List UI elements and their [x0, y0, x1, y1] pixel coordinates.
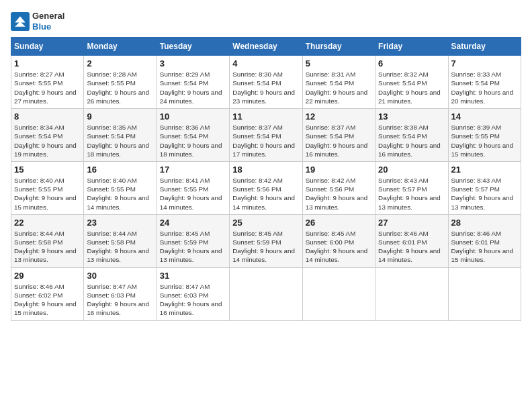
day-detail: Sunrise: 8:47 AM Sunset: 6:03 PM Dayligh…	[87, 282, 153, 318]
day-number: 23	[87, 218, 153, 228]
day-detail: Sunrise: 8:32 AM Sunset: 5:54 PM Dayligh…	[378, 70, 445, 105]
calendar-body: 1Sunrise: 8:27 AM Sunset: 5:55 PM Daylig…	[11, 56, 521, 320]
header-friday: Friday	[375, 38, 448, 56]
day-number: 22	[14, 218, 81, 228]
calendar-cell: 31Sunrise: 8:47 AM Sunset: 6:03 PM Dayli…	[157, 267, 229, 320]
calendar-cell: 12Sunrise: 8:37 AM Sunset: 5:54 PM Dayli…	[302, 109, 375, 162]
day-detail: Sunrise: 8:34 AM Sunset: 5:54 PM Dayligh…	[14, 123, 81, 158]
day-detail: Sunrise: 8:44 AM Sunset: 5:58 PM Dayligh…	[14, 229, 81, 265]
day-number: 29	[14, 271, 81, 281]
day-detail: Sunrise: 8:29 AM Sunset: 5:54 PM Dayligh…	[160, 70, 226, 105]
day-number: 25	[232, 218, 299, 228]
calendar-cell: 9Sunrise: 8:35 AM Sunset: 5:54 PM Daylig…	[84, 109, 157, 162]
calendar-cell: 14Sunrise: 8:39 AM Sunset: 5:55 PM Dayli…	[448, 109, 521, 162]
day-number: 30	[87, 271, 153, 281]
day-detail: Sunrise: 8:41 AM Sunset: 5:55 PM Dayligh…	[160, 176, 226, 212]
day-number: 12	[306, 111, 372, 122]
day-detail: Sunrise: 8:43 AM Sunset: 5:57 PM Dayligh…	[451, 176, 518, 212]
day-number: 15	[14, 165, 81, 175]
day-number: 19	[306, 165, 372, 175]
day-number: 6	[378, 58, 445, 68]
day-detail: Sunrise: 8:44 AM Sunset: 5:58 PM Dayligh…	[87, 229, 153, 265]
day-number: 18	[232, 165, 299, 175]
day-number: 24	[160, 218, 226, 228]
week-row-5: 29Sunrise: 8:46 AM Sunset: 6:02 PM Dayli…	[11, 267, 521, 320]
day-number: 14	[451, 111, 518, 122]
day-detail: Sunrise: 8:39 AM Sunset: 5:55 PM Dayligh…	[451, 123, 518, 158]
day-number: 2	[87, 58, 153, 68]
day-detail: Sunrise: 8:43 AM Sunset: 5:57 PM Dayligh…	[378, 176, 445, 212]
day-detail: Sunrise: 8:45 AM Sunset: 6:00 PM Dayligh…	[306, 229, 372, 265]
day-number: 26	[306, 218, 372, 228]
header-tuesday: Tuesday	[157, 38, 229, 56]
calendar-cell: 6Sunrise: 8:32 AM Sunset: 5:54 PM Daylig…	[375, 56, 448, 109]
calendar-cell: 8Sunrise: 8:34 AM Sunset: 5:54 PM Daylig…	[11, 109, 84, 162]
day-number: 20	[378, 165, 445, 175]
day-number: 21	[451, 165, 518, 175]
day-number: 5	[306, 58, 372, 68]
day-detail: Sunrise: 8:46 AM Sunset: 6:02 PM Dayligh…	[14, 282, 81, 318]
day-number: 1	[14, 58, 81, 68]
day-number: 3	[160, 58, 226, 68]
day-detail: Sunrise: 8:46 AM Sunset: 6:01 PM Dayligh…	[451, 229, 518, 265]
calendar-cell: 17Sunrise: 8:41 AM Sunset: 5:55 PM Dayli…	[157, 161, 229, 214]
calendar-cell	[375, 267, 448, 320]
calendar-cell: 23Sunrise: 8:44 AM Sunset: 5:58 PM Dayli…	[84, 214, 157, 267]
page-header: GeneralBlue	[11, 11, 521, 32]
header-thursday: Thursday	[302, 38, 375, 56]
day-number: 4	[232, 58, 299, 68]
calendar-cell: 5Sunrise: 8:31 AM Sunset: 5:54 PM Daylig…	[302, 56, 375, 109]
calendar-cell: 7Sunrise: 8:33 AM Sunset: 5:54 PM Daylig…	[448, 56, 521, 109]
logo: GeneralBlue	[11, 11, 64, 32]
calendar-cell: 30Sunrise: 8:47 AM Sunset: 6:03 PM Dayli…	[84, 267, 157, 320]
week-row-4: 22Sunrise: 8:44 AM Sunset: 5:58 PM Dayli…	[11, 214, 521, 267]
calendar-cell: 11Sunrise: 8:37 AM Sunset: 5:54 PM Dayli…	[230, 109, 302, 162]
calendar-cell: 22Sunrise: 8:44 AM Sunset: 5:58 PM Dayli…	[11, 214, 84, 267]
calendar-cell	[230, 267, 302, 320]
calendar-cell: 19Sunrise: 8:42 AM Sunset: 5:56 PM Dayli…	[302, 161, 375, 214]
day-number: 10	[160, 111, 226, 122]
day-detail: Sunrise: 8:42 AM Sunset: 5:56 PM Dayligh…	[232, 176, 299, 212]
header-sunday: Sunday	[11, 38, 84, 56]
day-detail: Sunrise: 8:45 AM Sunset: 5:59 PM Dayligh…	[160, 229, 226, 265]
day-number: 9	[87, 111, 153, 122]
calendar-cell: 10Sunrise: 8:36 AM Sunset: 5:54 PM Dayli…	[157, 109, 229, 162]
calendar-cell: 1Sunrise: 8:27 AM Sunset: 5:55 PM Daylig…	[11, 56, 84, 109]
day-number: 16	[87, 165, 153, 175]
week-row-2: 8Sunrise: 8:34 AM Sunset: 5:54 PM Daylig…	[11, 109, 521, 162]
day-detail: Sunrise: 8:30 AM Sunset: 5:54 PM Dayligh…	[232, 70, 299, 105]
calendar-cell: 16Sunrise: 8:40 AM Sunset: 5:55 PM Dayli…	[84, 161, 157, 214]
day-detail: Sunrise: 8:36 AM Sunset: 5:54 PM Dayligh…	[160, 123, 226, 158]
calendar-table: SundayMondayTuesdayWednesdayThursdayFrid…	[11, 37, 521, 320]
calendar-cell: 20Sunrise: 8:43 AM Sunset: 5:57 PM Dayli…	[375, 161, 448, 214]
header-saturday: Saturday	[448, 38, 521, 56]
day-detail: Sunrise: 8:31 AM Sunset: 5:54 PM Dayligh…	[306, 70, 372, 105]
calendar-cell	[448, 267, 521, 320]
calendar-cell: 3Sunrise: 8:29 AM Sunset: 5:54 PM Daylig…	[157, 56, 229, 109]
day-detail: Sunrise: 8:37 AM Sunset: 5:54 PM Dayligh…	[232, 123, 299, 158]
day-number: 28	[451, 218, 518, 228]
day-detail: Sunrise: 8:40 AM Sunset: 5:55 PM Dayligh…	[87, 176, 153, 212]
calendar-cell: 15Sunrise: 8:40 AM Sunset: 5:55 PM Dayli…	[11, 161, 84, 214]
day-detail: Sunrise: 8:33 AM Sunset: 5:54 PM Dayligh…	[451, 70, 518, 105]
day-detail: Sunrise: 8:40 AM Sunset: 5:55 PM Dayligh…	[14, 176, 81, 212]
header-monday: Monday	[84, 38, 157, 56]
day-number: 31	[160, 271, 226, 281]
logo-text: GeneralBlue	[32, 11, 64, 32]
calendar-cell: 4Sunrise: 8:30 AM Sunset: 5:54 PM Daylig…	[230, 56, 302, 109]
calendar-cell: 18Sunrise: 8:42 AM Sunset: 5:56 PM Dayli…	[230, 161, 302, 214]
calendar-cell: 21Sunrise: 8:43 AM Sunset: 5:57 PM Dayli…	[448, 161, 521, 214]
day-number: 17	[160, 165, 226, 175]
calendar-cell	[302, 267, 375, 320]
day-detail: Sunrise: 8:46 AM Sunset: 6:01 PM Dayligh…	[378, 229, 445, 265]
calendar-cell: 27Sunrise: 8:46 AM Sunset: 6:01 PM Dayli…	[375, 214, 448, 267]
header-wednesday: Wednesday	[230, 38, 302, 56]
day-detail: Sunrise: 8:42 AM Sunset: 5:56 PM Dayligh…	[306, 176, 372, 212]
day-detail: Sunrise: 8:37 AM Sunset: 5:54 PM Dayligh…	[306, 123, 372, 158]
calendar-cell: 28Sunrise: 8:46 AM Sunset: 6:01 PM Dayli…	[448, 214, 521, 267]
day-number: 27	[378, 218, 445, 228]
day-detail: Sunrise: 8:38 AM Sunset: 5:54 PM Dayligh…	[378, 123, 445, 158]
day-number: 7	[451, 58, 518, 68]
day-number: 11	[232, 111, 299, 122]
calendar-cell: 29Sunrise: 8:46 AM Sunset: 6:02 PM Dayli…	[11, 267, 84, 320]
